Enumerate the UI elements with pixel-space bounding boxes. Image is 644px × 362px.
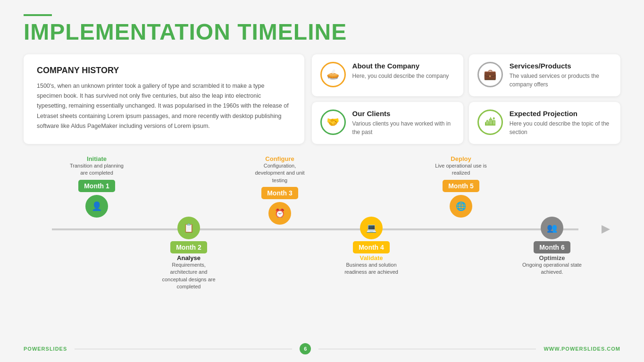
info-card-about-company: 🥧 About the Company Here, you could desc… [312, 54, 463, 96]
phase2-desc: Requirements, architecture and conceptua… [158, 261, 219, 291]
timeline-arrow [602, 225, 610, 234]
title-bar: IMPLEMENTATION TIMELINE [24, 14, 620, 45]
company-history-heading: COMPANY HISTORY [37, 66, 291, 76]
month2-icon: 📋 [177, 217, 200, 239]
clients-title: Our Clients [352, 109, 455, 118]
clients-desc: Various clients you have worked with in … [352, 119, 455, 136]
phase2-title: Analyse [177, 254, 201, 261]
month6-icon: 👥 [541, 217, 563, 239]
phase4-title: Validate [360, 254, 383, 261]
phase1-desc: Transition and planning are completed [68, 162, 125, 177]
phase1-title: Initiate [87, 155, 107, 162]
projection-icon: 🏙 [477, 109, 503, 135]
title-accent [24, 14, 52, 16]
footer-left: POWERSLIDES [24, 346, 67, 352]
phase3-desc: Configuration, development and unit test… [251, 162, 308, 184]
info-card-projection: 🏙 Expected Projection Here you could des… [469, 102, 620, 144]
slide: IMPLEMENTATION TIMELINE COMPANY HISTORY … [0, 0, 644, 362]
services-title: Services/Products [510, 62, 612, 70]
month5-badge: Month 5 [443, 180, 479, 192]
month1-badge: Month 1 [78, 180, 115, 192]
top-section: COMPANY HISTORY 1500's, when an unknown … [24, 54, 620, 144]
projection-desc: Here you could describe the topic of the… [510, 119, 612, 136]
phase6-title: Optimize [539, 254, 565, 261]
about-company-icon: 🥧 [320, 62, 346, 87]
clients-icon: 🤝 [320, 109, 346, 135]
phase5-title: Deploy [451, 155, 471, 162]
phase3-title: Configure [265, 155, 294, 162]
page-title: IMPLEMENTATION TIMELINE [24, 20, 620, 45]
footer-right: WWW.POWERSLIDES.COM [544, 346, 620, 352]
company-history-body: 1500's, when an unknown printer took a g… [37, 81, 291, 131]
month5-icon: 🌐 [450, 195, 472, 218]
services-text: Services/Products The valued services or… [510, 62, 612, 89]
services-desc: The valued services or products the comp… [510, 72, 612, 89]
company-history-card: COMPANY HISTORY 1500's, when an unknown … [24, 54, 304, 144]
month3-icon: ⏰ [268, 202, 291, 225]
projection-title: Expected Projection [510, 109, 612, 118]
info-card-clients: 🤝 Our Clients Various clients you have w… [312, 102, 463, 144]
footer-page-badge: 6 [300, 343, 311, 354]
month4-badge: Month 4 [353, 241, 390, 253]
month2-badge: Month 2 [170, 241, 207, 253]
footer-line-right [318, 349, 536, 349]
footer: POWERSLIDES 6 WWW.POWERSLIDES.COM [24, 343, 620, 354]
month1-icon: 👤 [85, 195, 108, 218]
about-company-title: About the Company [352, 62, 449, 70]
month3-badge: Month 3 [261, 187, 298, 199]
month6-badge: Month 6 [534, 241, 570, 253]
info-card-services: 💼 Services/Products The valued services … [469, 54, 620, 96]
title-part1: IMPLEMENTATION [24, 19, 237, 44]
services-icon: 💼 [477, 62, 503, 87]
timeline-section: Initiate Transition and planning are com… [24, 155, 620, 292]
about-company-desc: Here, you could describe the company [352, 72, 449, 80]
about-company-text: About the Company Here, you could descri… [352, 62, 449, 80]
footer-line-left [75, 349, 292, 349]
phase6-desc: Ongoing operational state achieved. [521, 261, 583, 276]
projection-text: Expected Projection Here you could descr… [510, 109, 612, 136]
right-cards: 🥧 About the Company Here, you could desc… [312, 54, 620, 144]
phase4-desc: Business and solution readiness are achi… [341, 261, 402, 276]
title-part2: TIMELINE [237, 19, 347, 44]
clients-text: Our Clients Various clients you have wor… [352, 109, 455, 136]
phase5-desc: Live operational use is realized [433, 162, 489, 177]
month4-icon: 💻 [360, 217, 383, 239]
